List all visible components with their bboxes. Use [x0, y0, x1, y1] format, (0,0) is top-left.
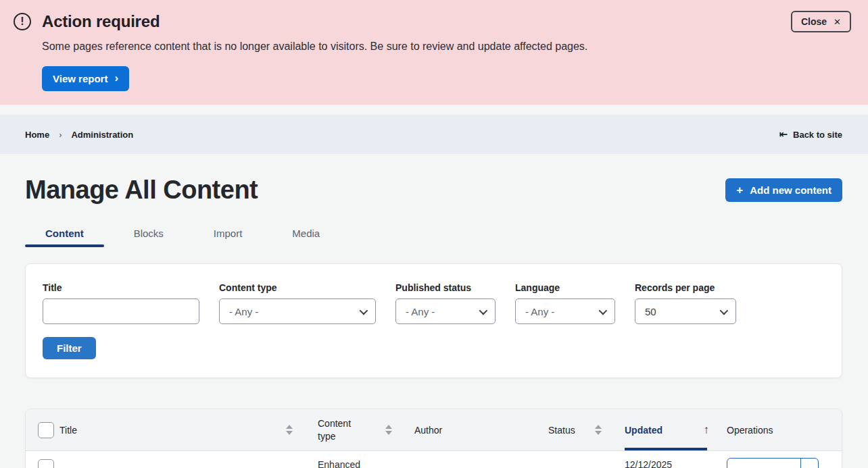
- language-selected-value: - Any -: [525, 306, 554, 317]
- table-row: Enhanced 12/12/2025: [26, 451, 842, 468]
- title-column-label: Title: [59, 425, 77, 436]
- tab-import[interactable]: Import: [193, 222, 263, 247]
- breadcrumb: Home › Administration: [25, 130, 133, 140]
- arrow-to-bar-left-icon: ⇤: [779, 128, 788, 140]
- table-header-author: Author: [414, 409, 548, 450]
- records-per-page-select[interactable]: 50: [635, 298, 736, 324]
- row-checkbox[interactable]: [38, 459, 54, 468]
- content-table: Title Content type Author Status Updated…: [25, 409, 842, 468]
- table-header-content-type[interactable]: Content type: [318, 409, 414, 450]
- add-new-content-label: Add new content: [750, 184, 831, 196]
- tab-media[interactable]: Media: [272, 222, 340, 247]
- breadcrumb-administration-link[interactable]: Administration: [71, 130, 133, 140]
- close-banner-button[interactable]: Close ✕: [791, 11, 851, 32]
- table-header-row: Title Content type Author Status Updated…: [26, 409, 842, 451]
- add-new-content-button[interactable]: + Add new content: [725, 178, 842, 202]
- close-label: Close: [801, 16, 827, 27]
- breadcrumb-separator-icon: ›: [59, 130, 62, 140]
- filter-field-language: Language - Any -: [515, 282, 615, 324]
- table-header-updated[interactable]: Updated ↑: [625, 409, 727, 450]
- updated-column-label: Updated: [625, 425, 662, 436]
- sort-ascending-arrow-icon[interactable]: ↑: [704, 423, 710, 437]
- view-report-label: View report: [53, 73, 107, 84]
- page-title: Manage All Content: [25, 176, 258, 205]
- published-status-selected-value: - Any -: [406, 306, 435, 317]
- language-filter-label: Language: [515, 282, 615, 293]
- edit-operations-split-button[interactable]: [727, 458, 819, 468]
- filter-field-title: Title: [43, 282, 199, 324]
- content-type-column-label: Content type: [318, 417, 360, 443]
- title-filter-input[interactable]: [43, 298, 199, 324]
- sort-icon[interactable]: [286, 425, 293, 435]
- row-updated-cell: 12/12/2025: [625, 451, 727, 468]
- row-author-cell: [414, 451, 548, 468]
- chevron-down-icon: [599, 306, 608, 315]
- status-column-label: Status: [548, 425, 575, 436]
- published-status-select[interactable]: - Any -: [395, 298, 496, 324]
- title-filter-label: Title: [43, 282, 199, 293]
- select-all-checkbox[interactable]: [38, 422, 54, 438]
- author-column-label: Author: [414, 425, 442, 436]
- published-status-filter-label: Published status: [395, 282, 496, 293]
- records-per-page-selected-value: 50: [645, 306, 656, 317]
- row-status-cell: [548, 451, 625, 468]
- operations-column-label: Operations: [727, 425, 773, 436]
- chevron-down-icon: [479, 306, 488, 315]
- content-type-select[interactable]: - Any -: [219, 298, 376, 324]
- view-report-button[interactable]: View report ›: [42, 66, 129, 91]
- row-checkbox-cell: [26, 451, 59, 468]
- row-title-cell: [59, 451, 318, 468]
- filter-submit-button[interactable]: Filter: [43, 337, 96, 359]
- tab-blocks[interactable]: Blocks: [114, 222, 184, 247]
- tab-content[interactable]: Content: [25, 222, 104, 247]
- chevron-down-icon: [720, 306, 729, 315]
- filter-field-records-per-page: Records per page 50: [635, 282, 736, 324]
- chevron-right-icon: ›: [114, 72, 118, 84]
- breadcrumb-home-link[interactable]: Home: [25, 130, 49, 140]
- table-header-operations: Operations: [727, 409, 842, 450]
- row-content-type-cell: Enhanced: [318, 451, 414, 468]
- back-to-site-label: Back to site: [793, 130, 842, 140]
- back-to-site-link[interactable]: ⇤ Back to site: [779, 128, 842, 140]
- language-select[interactable]: - Any -: [515, 298, 615, 324]
- table-header-status[interactable]: Status: [548, 409, 625, 450]
- warning-icon: !: [14, 13, 31, 30]
- row-operations-cell: [727, 451, 842, 468]
- filter-field-published-status: Published status - Any -: [395, 282, 496, 324]
- content-tabs: Content Blocks Import Media: [25, 222, 842, 247]
- action-required-banner: ! Action required Some pages reference c…: [0, 0, 868, 105]
- sort-icon[interactable]: [385, 425, 392, 435]
- banner-title: Action required: [42, 12, 160, 31]
- sort-icon[interactable]: [595, 425, 602, 435]
- chevron-down-icon: [360, 306, 368, 315]
- breadcrumb-bar: Home › Administration ⇤ Back to site: [0, 115, 868, 154]
- filter-field-content-type: Content type - Any -: [219, 282, 376, 324]
- table-header-title[interactable]: Title: [59, 409, 318, 450]
- edit-button-segment[interactable]: [727, 459, 800, 468]
- records-per-page-filter-label: Records per page: [635, 282, 736, 293]
- content-type-selected-value: - Any -: [229, 306, 258, 317]
- table-header-checkbox-cell: [26, 409, 59, 450]
- plus-icon: +: [736, 184, 743, 196]
- operations-dropdown-toggle[interactable]: [800, 459, 818, 468]
- content-type-filter-label: Content type: [219, 282, 376, 293]
- close-icon: ✕: [834, 17, 841, 27]
- banner-message: Some pages reference content that is no …: [42, 41, 851, 53]
- filters-panel: Title Content type - Any - Published sta…: [25, 263, 842, 378]
